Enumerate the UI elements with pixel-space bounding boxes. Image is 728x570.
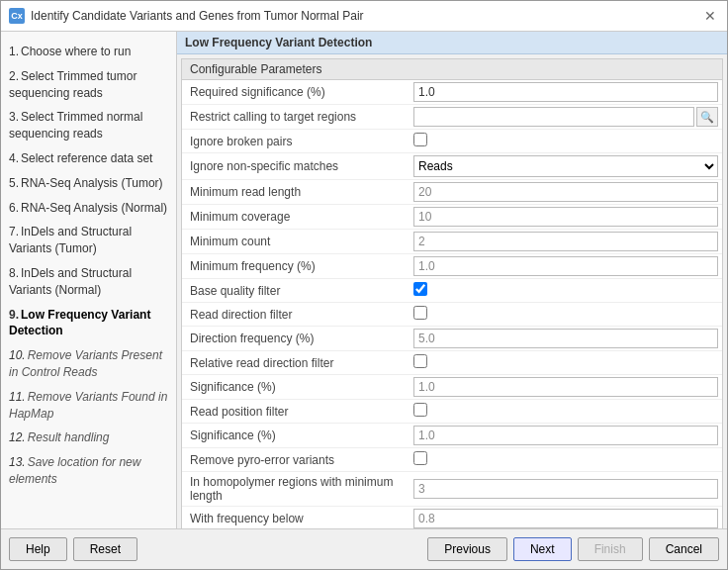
sidebar-item-num: 13. — [9, 455, 26, 469]
sidebar-item-10[interactable]: 10.Remove Variants Present in Control Re… — [1, 343, 176, 385]
sidebar-item-11[interactable]: 11.Remove Variants Found in HapMap — [1, 385, 176, 427]
close-button[interactable]: ✕ — [701, 7, 719, 25]
param-control-2 — [410, 131, 722, 151]
sidebar-item-label: Result handling — [28, 430, 110, 444]
params-group-title: Configurable Parameters — [182, 59, 722, 80]
param-input-6[interactable] — [413, 232, 718, 251]
sidebar-item-7[interactable]: 7.InDels and Structural Variants (Tumor) — [1, 220, 176, 261]
sidebar-item-2[interactable]: 2.Select Trimmed tumor sequencing reads — [1, 64, 176, 106]
sidebar-item-num: 4. — [9, 151, 19, 165]
param-label-14: Significance (%) — [182, 426, 410, 445]
param-row-6: Minimum count — [182, 230, 722, 254]
param-control-13 — [410, 401, 722, 422]
param-checkbox-15[interactable] — [413, 451, 427, 465]
sidebar-item-label: Select reference data set — [21, 151, 152, 165]
param-control-12 — [410, 375, 722, 399]
param-checkbox-9[interactable] — [413, 306, 427, 320]
param-checkbox-11[interactable] — [413, 354, 427, 368]
sidebar-item-6[interactable]: 6.RNA-Seq Analysis (Normal) — [1, 196, 176, 221]
param-row-12: Significance (%) — [182, 375, 722, 400]
sidebar-item-label: Remove Variants Found in HapMap — [9, 390, 167, 421]
param-control-1: 🔍 — [410, 105, 722, 129]
finish-button[interactable]: Finish — [578, 537, 643, 561]
sidebar-item-num: 6. — [9, 201, 19, 215]
param-checkbox-13[interactable] — [413, 403, 427, 417]
param-input-12[interactable] — [413, 377, 718, 397]
sidebar-item-num: 2. — [9, 69, 19, 83]
param-row-13: Read position filter — [182, 400, 722, 424]
param-input-4[interactable] — [413, 182, 718, 202]
param-label-16: In homopolymer regions with minimum leng… — [182, 472, 410, 506]
param-input-16[interactable] — [413, 479, 718, 499]
param-label-15: Remove pyro-error variants — [182, 450, 410, 470]
sidebar-item-8[interactable]: 8.InDels and Structural Variants (Normal… — [1, 261, 176, 303]
reset-button[interactable]: Reset — [73, 537, 137, 561]
sidebar-item-num: 5. — [9, 176, 19, 190]
sidebar-item-label: Save location for new elements — [9, 455, 140, 486]
param-select-3[interactable]: ReadsNoneBoth — [413, 155, 718, 177]
content-area: 1.Choose where to run2.Select Trimmed tu… — [1, 32, 727, 528]
param-input-browse-1[interactable] — [413, 107, 694, 127]
param-row-0: Required significance (%) — [182, 80, 722, 105]
param-control-14 — [410, 424, 722, 447]
param-input-17[interactable] — [413, 509, 718, 528]
section-header: Low Frequency Variant Detection — [177, 32, 727, 54]
param-row-11: Relative read direction filter — [182, 351, 722, 375]
param-label-2: Ignore broken pairs — [182, 132, 410, 151]
param-control-15 — [410, 449, 722, 470]
param-row-7: Minimum frequency (%) — [182, 254, 722, 279]
param-checkbox-2[interactable] — [413, 133, 427, 146]
next-button[interactable]: Next — [513, 537, 572, 561]
param-row-1: Restrict calling to target regions🔍 — [182, 105, 722, 130]
param-input-14[interactable] — [413, 426, 718, 445]
param-label-12: Significance (%) — [182, 377, 410, 397]
sidebar-item-label: Remove Variants Present in Control Reads — [9, 348, 162, 379]
sidebar-item-13[interactable]: 13.Save location for new elements — [1, 450, 176, 492]
param-input-7[interactable] — [413, 256, 718, 276]
param-control-11 — [410, 352, 722, 373]
sidebar-item-label: Select Trimmed normal sequencing reads — [9, 110, 142, 141]
param-control-0 — [410, 80, 722, 104]
titlebar-left: Cx Identify Candidate Variants and Genes… — [9, 8, 364, 24]
previous-button[interactable]: Previous — [427, 537, 507, 561]
sidebar-item-5[interactable]: 5.RNA-Seq Analysis (Tumor) — [1, 171, 176, 196]
sidebar-item-label: Select Trimmed tumor sequencing reads — [9, 69, 136, 100]
sidebar-item-4[interactable]: 4.Select reference data set — [1, 146, 176, 171]
param-row-16: In homopolymer regions with minimum leng… — [182, 472, 722, 507]
param-row-3: Ignore non-specific matchesReadsNoneBoth — [182, 153, 722, 180]
param-row-17: With frequency below — [182, 507, 722, 528]
sidebar-item-num: 11. — [9, 390, 26, 404]
param-control-8 — [410, 280, 722, 301]
sidebar-item-label: InDels and Structural Variants (Normal) — [9, 266, 132, 297]
main-window: Cx Identify Candidate Variants and Genes… — [0, 0, 728, 570]
param-control-4 — [410, 180, 722, 204]
param-input-10[interactable] — [413, 329, 718, 348]
param-label-4: Minimum read length — [182, 182, 410, 202]
sidebar-item-1[interactable]: 1.Choose where to run — [1, 40, 176, 64]
param-input-5[interactable] — [413, 207, 718, 227]
param-row-5: Minimum coverage — [182, 205, 722, 230]
sidebar-item-3[interactable]: 3.Select Trimmed normal sequencing reads — [1, 105, 176, 146]
param-row-15: Remove pyro-error variants — [182, 448, 722, 472]
param-row-8: Base quality filter — [182, 279, 722, 303]
sidebar-item-num: 10. — [9, 348, 26, 362]
param-control-17 — [410, 507, 722, 528]
sidebar-item-12[interactable]: 12.Result handling — [1, 426, 176, 450]
footer: Help Reset Previous Next Finish Cancel — [1, 528, 727, 569]
param-control-10 — [410, 327, 722, 350]
param-checkbox-8[interactable] — [413, 282, 427, 296]
param-label-8: Base quality filter — [182, 281, 410, 301]
sidebar-item-9[interactable]: 9.Low Frequency Variant Detection — [1, 303, 176, 344]
sidebar-item-label: Choose where to run — [21, 45, 131, 58]
param-input-0[interactable] — [413, 82, 718, 102]
cancel-button[interactable]: Cancel — [649, 537, 719, 561]
param-label-0: Required significance (%) — [182, 82, 410, 102]
param-control-6 — [410, 230, 722, 253]
params-group: Configurable Parameters Required signifi… — [181, 58, 723, 528]
param-control-9 — [410, 304, 722, 325]
browse-button-1[interactable]: 🔍 — [696, 107, 718, 127]
help-button[interactable]: Help — [9, 537, 67, 561]
param-label-17: With frequency below — [182, 509, 410, 528]
param-control-3: ReadsNoneBoth — [410, 153, 722, 179]
param-label-1: Restrict calling to target regions — [182, 107, 410, 127]
